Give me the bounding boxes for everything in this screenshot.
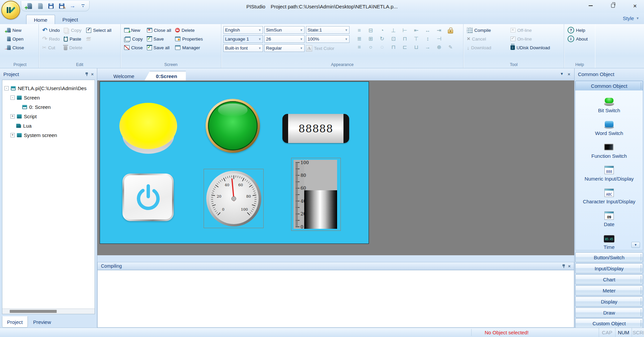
scroll-down-button[interactable]: ▼ — [631, 242, 640, 248]
tree-item-lua[interactable]: Lua — [16, 121, 95, 130]
font-family-select[interactable]: SimSun▼ — [264, 26, 305, 34]
about-button[interactable]: About — [566, 35, 593, 43]
pistudio-logo-icon[interactable] — [1, 1, 20, 19]
close-panel-icon[interactable]: × — [568, 264, 571, 269]
tree-item-script[interactable]: + Script — [10, 112, 95, 121]
widget-green-button[interactable] — [206, 99, 260, 153]
expand-icon[interactable]: + — [10, 133, 15, 137]
bring-forward-icon[interactable]: ⊞ — [368, 36, 373, 42]
object-function-switch[interactable]: Function Switch — [576, 136, 643, 159]
font-source-select[interactable]: Built-in font▼ — [223, 44, 263, 52]
select-all-button[interactable]: Select all — [85, 26, 113, 34]
widget-yellow-lamp[interactable] — [119, 103, 177, 154]
quick-save-as-icon[interactable]: ✎ — [58, 2, 65, 10]
section-draw[interactable]: Draw — [575, 308, 643, 318]
tab-welcome[interactable]: Welcome — [102, 71, 143, 81]
align-middle-icon[interactable]: ⊓ — [403, 36, 407, 42]
bring-front-icon[interactable]: ○ — [369, 44, 372, 50]
close-tab-icon[interactable]: × — [568, 72, 570, 77]
screen-close-button[interactable]: Close — [123, 44, 144, 52]
quick-download-icon[interactable] — [69, 2, 76, 10]
object-numeric-input[interactable]: 888 Numeric Input/Display — [576, 159, 643, 182]
stretch-horizontal-icon[interactable]: ↔ — [425, 27, 430, 33]
font-size-select[interactable]: 26▼ — [264, 35, 305, 43]
section-input-display[interactable]: Input/Display — [575, 263, 643, 273]
expand-icon[interactable]: + — [10, 114, 15, 119]
object-date[interactable]: 09 Date — [576, 204, 643, 227]
font-style-select[interactable]: Regular▼ — [264, 44, 305, 52]
close-panel-icon[interactable]: × — [91, 72, 94, 77]
shape-arrange-icon[interactable]: ◔ — [380, 27, 384, 33]
screen-delete-button[interactable]: Delete — [174, 26, 204, 34]
screen-save-button[interactable]: Save — [146, 35, 173, 43]
equal-width-icon[interactable]: ⇥ — [437, 27, 441, 33]
copy-button[interactable]: Copy — [62, 26, 84, 34]
undo-button[interactable]: Undo — [41, 26, 61, 34]
redo-button[interactable]: Redo — [41, 35, 61, 43]
widget-analog-meter[interactable]: 020406080100 — [204, 169, 264, 228]
widget-power-switch[interactable] — [122, 174, 174, 221]
lock-icon[interactable] — [448, 29, 453, 33]
udisk-download-button[interactable]: UDisk Download — [509, 44, 551, 52]
screen-new-button[interactable]: New — [123, 26, 144, 34]
screen-properties-button[interactable]: Properties — [174, 35, 204, 43]
section-common-object[interactable]: Common Object — [575, 81, 643, 91]
object-bit-switch[interactable]: Bit Switch — [576, 90, 643, 113]
collapse-icon[interactable]: - — [10, 95, 15, 100]
text-color-button[interactable]: AText Color — [306, 44, 350, 52]
tree-item-root[interactable]: - NETLA.pi{C:\Users\Admin\Des — [4, 83, 95, 93]
object-character-input[interactable]: ABC Character Input/Display — [576, 182, 643, 204]
screen-copy-button[interactable]: Copy — [123, 35, 144, 43]
align-text-left-icon[interactable]: ≡ — [358, 27, 361, 33]
close-button[interactable]: × — [631, 2, 639, 10]
tab-project-tree[interactable]: Project — [2, 316, 28, 328]
compile-button[interactable]: Compile — [466, 26, 508, 34]
tree-item-screen-0[interactable]: 0: Screen — [22, 102, 95, 112]
tab-home[interactable]: Home — [26, 15, 55, 25]
state-select[interactable]: State:1▼ — [306, 26, 350, 34]
quick-new-project-icon[interactable] — [26, 2, 33, 10]
paste-button[interactable]: Paste — [62, 35, 84, 43]
zoom-select[interactable]: 100%▼ — [306, 35, 350, 43]
center-screen-icon[interactable]: ⊕ — [437, 44, 441, 50]
align-top-icon[interactable]: ⊓ — [391, 44, 395, 50]
horizontal-scrollbar[interactable] — [2, 309, 95, 314]
tree-item-screen[interactable]: - Screen — [10, 93, 95, 102]
open-project-button[interactable]: Open — [3, 35, 37, 43]
screen-manager-button[interactable]: Manager — [174, 44, 204, 52]
quick-open-project-icon[interactable] — [37, 2, 44, 10]
style-menu[interactable]: Style ▼ — [623, 15, 639, 21]
rotate-icon[interactable]: ↻ — [380, 36, 384, 42]
pin-icon[interactable] — [562, 264, 565, 268]
collapse-icon[interactable]: - — [4, 86, 9, 90]
widget-tank-level[interactable]: 020406080100 — [291, 158, 341, 231]
cut-button[interactable]: Cut — [41, 44, 61, 52]
section-display[interactable]: Display — [575, 296, 643, 307]
equal-height-icon[interactable]: ⊣ — [437, 36, 441, 42]
align-bottom-icon[interactable]: ⊥ — [391, 27, 396, 33]
restore-button[interactable] — [608, 2, 617, 10]
delete-button[interactable]: Delete — [62, 44, 84, 52]
tab-project[interactable]: Project — [55, 15, 86, 24]
nudge-left-icon[interactable]: ⇤ — [414, 27, 418, 33]
minimize-button[interactable] — [586, 2, 595, 10]
tab-list-icon[interactable]: ▼ — [560, 72, 564, 77]
screen-save-all-button[interactable]: Save all — [146, 44, 173, 52]
object-word-switch[interactable]: Word Switch — [576, 113, 643, 136]
stretch-vertical-icon[interactable]: ↕ — [426, 36, 429, 42]
offline-button[interactable]: Off-line — [509, 26, 551, 34]
section-meter[interactable]: Meter — [575, 285, 643, 295]
pin-icon[interactable] — [85, 72, 88, 76]
section-button-switch[interactable]: Button/Switch — [575, 252, 643, 262]
section-chart[interactable]: Chart — [575, 274, 643, 284]
align-top-edge-icon[interactable]: ⊤ — [414, 36, 419, 42]
new-project-button[interactable]: New — [3, 26, 37, 34]
nudge-right-icon[interactable]: → — [425, 44, 430, 50]
align-text-right-icon[interactable]: ≡ — [358, 44, 361, 50]
hmi-screen[interactable]: 88888 — [100, 81, 369, 244]
tab-screen-0[interactable]: 0:Screen — [145, 71, 186, 81]
align-text-center-icon[interactable]: ≣ — [357, 36, 361, 42]
language-state-select[interactable]: Language 1▼ — [223, 35, 263, 43]
online-button[interactable]: On-line — [509, 35, 551, 43]
dock-left-icon[interactable]: ⊏ — [402, 44, 407, 50]
